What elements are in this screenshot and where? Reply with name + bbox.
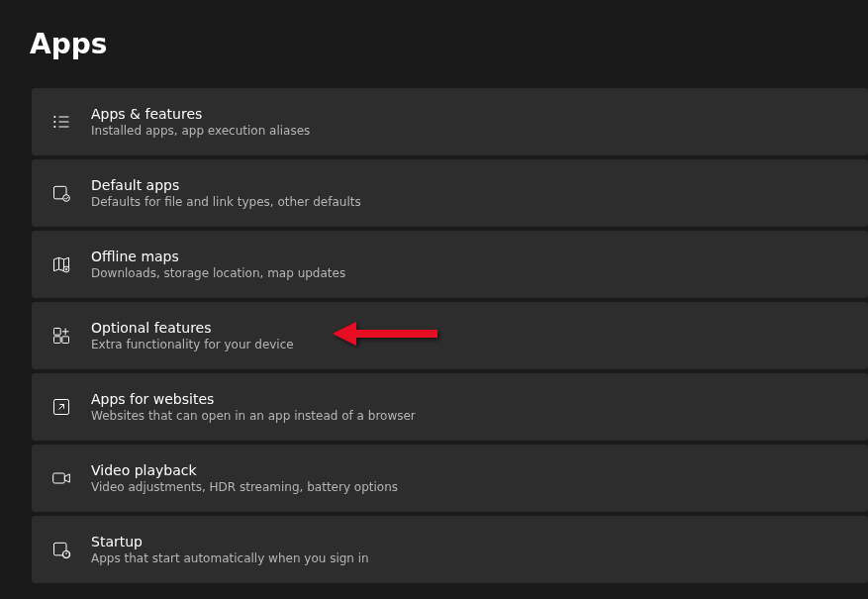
item-apps-for-websites[interactable]: Apps for websites Websites that can open… [32, 373, 868, 441]
item-title: Apps for websites [91, 391, 416, 407]
item-title: Offline maps [91, 249, 345, 264]
item-startup[interactable]: Startup Apps that start automatically wh… [32, 516, 868, 583]
svg-point-7 [63, 195, 70, 202]
item-desc: Websites that can open in an app instead… [91, 409, 416, 423]
optional-features-icon [49, 324, 73, 348]
item-offline-maps[interactable]: Offline maps Downloads, storage location… [32, 231, 868, 298]
item-desc: Extra functionality for your device [91, 338, 294, 351]
map-icon [49, 252, 73, 276]
item-optional-features[interactable]: Optional features Extra functionality fo… [32, 302, 868, 369]
svg-point-0 [53, 116, 55, 118]
svg-rect-13 [54, 329, 61, 336]
video-icon [49, 466, 73, 490]
item-video-playback[interactable]: Video playback Video adjustments, HDR st… [32, 445, 868, 512]
item-desc: Downloads, storage location, map updates [91, 266, 345, 280]
open-external-icon [49, 395, 73, 419]
item-desc: Installed apps, app execution aliases [91, 124, 310, 138]
startup-icon [49, 538, 73, 561]
item-default-apps[interactable]: Default apps Defaults for file and link … [32, 159, 868, 227]
svg-point-1 [53, 121, 55, 123]
arrow-annotation-icon [329, 316, 442, 355]
svg-rect-15 [54, 337, 61, 344]
item-title: Apps & features [91, 106, 310, 122]
item-title: Default apps [91, 177, 361, 193]
item-title: Optional features [91, 320, 294, 336]
default-apps-icon [49, 181, 73, 205]
item-desc: Apps that start automatically when you s… [91, 551, 369, 565]
svg-point-2 [53, 126, 55, 128]
page-title: Apps [0, 0, 868, 88]
item-desc: Video adjustments, HDR streaming, batter… [91, 480, 398, 494]
item-desc: Defaults for file and link types, other … [91, 195, 361, 209]
list-icon [49, 110, 73, 134]
item-apps-features[interactable]: Apps & features Installed apps, app exec… [32, 88, 868, 155]
svg-rect-19 [53, 473, 65, 483]
svg-rect-14 [62, 337, 69, 344]
item-title: Video playback [91, 462, 398, 478]
item-title: Startup [91, 534, 369, 549]
settings-list: Apps & features Installed apps, app exec… [0, 88, 868, 583]
